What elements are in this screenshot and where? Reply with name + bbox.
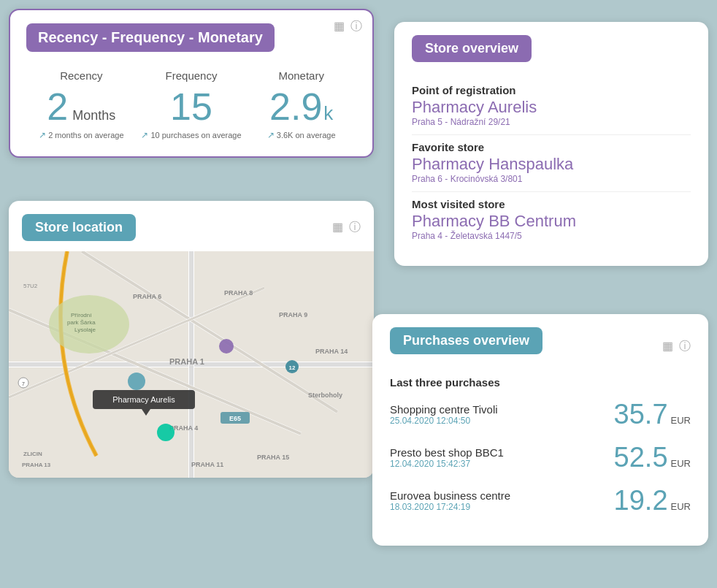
purchase-store-1: Shopping centre Tivoli: [390, 403, 498, 416]
monetary-suffix: k: [323, 102, 333, 125]
monetary-value-row: 2.9 k: [246, 88, 356, 126]
svg-text:PRAHA 8: PRAHA 8: [224, 289, 253, 297]
most-visited-section: Most visited store Pharmacy BB Centrum P…: [412, 198, 691, 241]
recency-label: Recency: [26, 69, 137, 82]
most-visited-label: Most visited store: [412, 198, 691, 210]
svg-text:PRAHA 6: PRAHA 6: [133, 293, 161, 300]
store-location-header-row: Store location ▦ ⓘ: [9, 214, 374, 251]
recency-unit: Months: [72, 108, 115, 123]
point-of-registration-name: Pharmacy Aurelis: [412, 98, 691, 117]
monetary-sub: ↗ 3.6K on average: [246, 130, 356, 140]
svg-text:Sterboholy: Sterboholy: [308, 392, 342, 399]
purchase-info-2: Presto best shop BBC1 12.04.2020 15:42:3…: [390, 446, 504, 469]
frequency-value-row: 15: [137, 88, 247, 126]
store-location-copy-icon[interactable]: ▦: [332, 220, 343, 235]
purchase-info-3: Eurovea business centre 18.03.2020 17:24…: [390, 489, 510, 512]
most-visited-address: Praha 4 - Želetavská 1447/5: [412, 231, 691, 241]
amount-currency-1: EUR: [671, 415, 691, 426]
svg-point-35: [157, 424, 175, 441]
svg-point-34: [219, 339, 234, 354]
point-of-registration-section: Point of registration Pharmacy Aurelis P…: [412, 84, 691, 127]
purchases-copy-icon[interactable]: ▦: [662, 339, 673, 354]
amount-currency-2: EUR: [671, 458, 691, 469]
rfm-card: Recency - Frequency - Monetary ▦ ⓘ Recen…: [9, 9, 374, 158]
store-location-card: Store location ▦ ⓘ E6: [9, 201, 374, 478]
amount-value-3: 19.2: [614, 485, 668, 516]
svg-text:ZLICIN: ZLICIN: [23, 451, 42, 457]
rfm-monetary: Monetary 2.9 k ↗ 3.6K on average: [246, 69, 356, 140]
svg-text:PRAHA 9: PRAHA 9: [279, 311, 307, 318]
monetary-arrow-icon: ↗: [267, 130, 275, 140]
recency-value-row: 2 Months: [26, 88, 137, 126]
info-icon[interactable]: ⓘ: [350, 19, 362, 34]
amount-value-2: 52.5: [614, 442, 668, 473]
svg-text:Přírodní: Přírodní: [71, 312, 92, 318]
favorite-store-name: Pharmacy Hanspaulka: [412, 155, 691, 174]
store-location-title: Store location: [22, 214, 136, 241]
rfm-recency: Recency 2 Months ↗ 2 months on average: [26, 69, 137, 140]
store-overview-card: Store overview Point of registration Pha…: [394, 22, 708, 266]
amount-value-1: 35.7: [614, 399, 668, 430]
svg-text:57U2: 57U2: [23, 283, 38, 289]
most-visited-name: Pharmacy BB Centrum: [412, 212, 691, 231]
svg-text:PRAHA 15: PRAHA 15: [257, 454, 289, 461]
purchase-date-3: 18.03.2020 17:24:19: [390, 502, 510, 512]
purchases-overview-icons: ▦ ⓘ: [662, 339, 691, 354]
svg-text:7: 7: [22, 381, 25, 386]
purchase-amount-1: 35.7 EUR: [614, 399, 691, 430]
amount-currency-3: EUR: [671, 501, 691, 512]
frequency-label: Frequency: [137, 69, 247, 82]
purchase-date-1: 25.04.2020 12:04:50: [390, 416, 498, 426]
svg-text:PRAHA 11: PRAHA 11: [191, 461, 223, 468]
store-location-info-icon[interactable]: ⓘ: [349, 220, 361, 235]
svg-text:park Šárka: park Šárka: [67, 319, 96, 326]
svg-point-33: [128, 373, 145, 390]
purchase-store-3: Eurovea business centre: [390, 489, 510, 502]
svg-text:PRAHA 1: PRAHA 1: [169, 357, 204, 366]
map-container: E65 Přírodní park Šárka Lysolaje 57U2 PR…: [9, 251, 374, 478]
svg-text:PRAHA 13: PRAHA 13: [22, 462, 51, 468]
monetary-value: 2.9: [269, 88, 322, 126]
purchase-date-2: 12.04.2020 15:42:37: [390, 459, 504, 469]
svg-text:Lysolaje: Lysolaje: [74, 327, 96, 333]
rfm-title: Recency - Frequency - Monetary: [26, 23, 275, 52]
purchase-store-2: Presto best shop BBC1: [390, 446, 504, 459]
svg-text:E65: E65: [229, 415, 241, 422]
recency-value: 2: [47, 88, 68, 126]
store-location-icons: ▦ ⓘ: [332, 220, 361, 235]
frequency-sub: ↗ 10 purchases on average: [137, 130, 247, 140]
point-of-registration-address: Praha 5 - Nádražní 29/21: [412, 117, 691, 127]
svg-text:12: 12: [289, 364, 296, 371]
favorite-store-label: Favorite store: [412, 141, 691, 153]
rfm-card-icons: ▦ ⓘ: [334, 19, 362, 34]
point-of-registration-label: Point of registration: [412, 84, 691, 96]
frequency-arrow-icon: ↗: [141, 130, 148, 140]
svg-text:PRAHA 14: PRAHA 14: [315, 348, 348, 355]
store-overview-header-row: Store overview: [412, 35, 691, 74]
purchase-info-1: Shopping centre Tivoli 25.04.2020 12:04:…: [390, 403, 498, 426]
map-svg: E65 Přírodní park Šárka Lysolaje 57U2 PR…: [9, 251, 374, 478]
purchase-item-3: Eurovea business centre 18.03.2020 17:24…: [390, 485, 691, 516]
favorite-store-section: Favorite store Pharmacy Hanspaulka Praha…: [412, 141, 691, 184]
recency-arrow-icon: ↗: [39, 130, 46, 140]
copy-icon[interactable]: ▦: [334, 19, 345, 34]
purchase-item-1: Shopping centre Tivoli 25.04.2020 12:04:…: [390, 399, 691, 430]
purchases-overview-header-row: Purchases overview ▦ ⓘ: [390, 327, 691, 366]
purchases-info-icon[interactable]: ⓘ: [679, 339, 691, 354]
purchases-overview-title: Purchases overview: [390, 327, 542, 354]
purchases-overview-card: Purchases overview ▦ ⓘ Last three purcha…: [372, 314, 708, 546]
monetary-label: Monetary: [246, 69, 356, 82]
purchase-item-2: Presto best shop BBC1 12.04.2020 15:42:3…: [390, 442, 691, 473]
favorite-store-address: Praha 6 - Krocinóvská 3/801: [412, 174, 691, 184]
svg-text:Pharmacy Aurelis: Pharmacy Aurelis: [112, 395, 175, 404]
rfm-metrics: Recency 2 Months ↗ 2 months on average F…: [26, 69, 356, 140]
rfm-frequency: Frequency 15 ↗ 10 purchases on average: [137, 69, 247, 140]
purchase-amount-2: 52.5 EUR: [614, 442, 691, 473]
purchases-subtitle: Last three purchases: [390, 376, 691, 389]
purchase-amount-3: 19.2 EUR: [614, 485, 691, 516]
frequency-value: 15: [170, 88, 212, 126]
recency-sub: ↗ 2 months on average: [26, 130, 137, 140]
store-overview-title: Store overview: [412, 35, 532, 62]
